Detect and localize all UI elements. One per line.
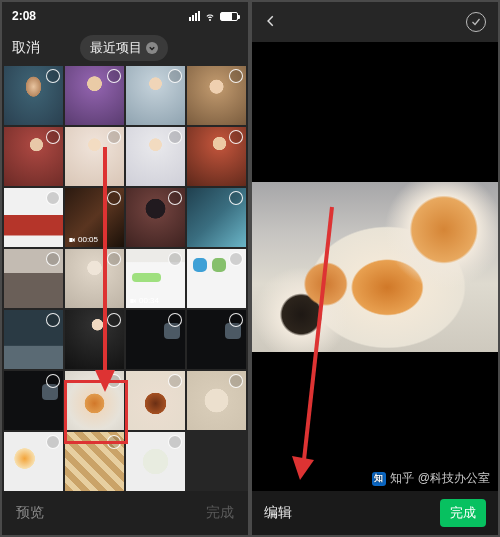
- wifi-icon: [204, 10, 216, 22]
- select-ring-icon[interactable]: [107, 435, 121, 449]
- video-icon: [129, 297, 137, 305]
- photo-thumbnail[interactable]: [187, 188, 246, 247]
- select-ring-icon[interactable]: [229, 374, 243, 388]
- select-ring-icon[interactable]: [168, 252, 182, 266]
- select-ring-icon[interactable]: [168, 435, 182, 449]
- photo-thumbnail[interactable]: [65, 66, 124, 125]
- photo-thumbnail[interactable]: [4, 249, 63, 308]
- picker-bottom-bar: 预览 完成: [2, 491, 248, 535]
- svg-point-0: [146, 42, 158, 54]
- select-ring-icon[interactable]: [107, 191, 121, 205]
- photo-thumbnail[interactable]: [65, 249, 124, 308]
- select-ring-icon[interactable]: [229, 69, 243, 83]
- done-button[interactable]: 完成: [440, 499, 486, 527]
- preview-nav-bar: [252, 2, 498, 42]
- video-thumbnail[interactable]: 00:05: [65, 188, 124, 247]
- done-button-disabled: 完成: [206, 504, 234, 522]
- photo-thumbnail[interactable]: [126, 432, 185, 491]
- watermark-brand: 知乎: [390, 470, 414, 487]
- select-ring-icon[interactable]: [46, 252, 60, 266]
- photo-thumbnail[interactable]: [65, 310, 124, 369]
- video-thumbnail[interactable]: 00:34: [126, 249, 185, 308]
- chevron-left-icon: [264, 14, 278, 28]
- photo-thumbnail[interactable]: [187, 310, 246, 369]
- image-preview-screen: 编辑 完成 知 知乎 @科技办公室: [252, 2, 498, 535]
- video-icon: [68, 236, 76, 244]
- select-ring-icon[interactable]: [107, 374, 121, 388]
- cellular-icon: [189, 11, 200, 21]
- select-ring-icon[interactable]: [229, 191, 243, 205]
- battery-icon: [220, 12, 238, 21]
- photo-thumbnail[interactable]: [4, 188, 63, 247]
- album-title: 最近项目: [90, 39, 142, 57]
- album-selector[interactable]: 最近项目: [80, 35, 168, 61]
- status-bar: 2:08: [2, 2, 248, 30]
- preview-bottom-bar: 编辑 完成: [252, 491, 498, 535]
- select-ring-icon[interactable]: [229, 130, 243, 144]
- select-ring-icon[interactable]: [168, 69, 182, 83]
- photo-thumbnail[interactable]: [4, 127, 63, 186]
- select-ring-icon[interactable]: [229, 313, 243, 327]
- select-ring-icon[interactable]: [107, 313, 121, 327]
- edit-button[interactable]: 编辑: [264, 504, 292, 522]
- chevron-down-icon: [146, 42, 158, 54]
- photo-thumbnail[interactable]: [126, 310, 185, 369]
- photo-grid: 00:05 00:34: [2, 66, 248, 491]
- video-duration: 00:05: [78, 235, 98, 244]
- check-icon: [470, 16, 482, 28]
- photo-thumbnail[interactable]: [65, 127, 124, 186]
- photo-thumbnail[interactable]: [126, 66, 185, 125]
- photo-thumbnail[interactable]: [187, 66, 246, 125]
- photo-picker-screen: 2:08 取消 最近项目: [2, 2, 248, 535]
- select-ring-icon[interactable]: [107, 252, 121, 266]
- select-ring-icon[interactable]: [107, 130, 121, 144]
- preview-image: [252, 182, 498, 352]
- photo-thumbnail[interactable]: [65, 371, 124, 430]
- photo-thumbnail[interactable]: [4, 310, 63, 369]
- video-badge: 00:34: [129, 296, 159, 305]
- watermark-author: @科技办公室: [418, 470, 490, 487]
- select-ring-icon[interactable]: [168, 191, 182, 205]
- photo-thumbnail[interactable]: [4, 432, 63, 491]
- select-ring-icon[interactable]: [46, 313, 60, 327]
- select-ring-icon[interactable]: [46, 69, 60, 83]
- video-badge: 00:05: [68, 235, 98, 244]
- photo-thumbnail[interactable]: [187, 371, 246, 430]
- photo-thumbnail[interactable]: [187, 249, 246, 308]
- cancel-button[interactable]: 取消: [12, 39, 40, 57]
- photo-thumbnail[interactable]: [126, 371, 185, 430]
- select-ring-icon[interactable]: [168, 374, 182, 388]
- picker-nav-bar: 取消 最近项目: [2, 30, 248, 66]
- select-ring-icon[interactable]: [107, 69, 121, 83]
- select-ring-icon[interactable]: [46, 191, 60, 205]
- watermark: 知 知乎 @科技办公室: [372, 470, 490, 487]
- select-ring-icon[interactable]: [46, 130, 60, 144]
- select-ring-icon[interactable]: [229, 252, 243, 266]
- photo-thumbnail[interactable]: [126, 127, 185, 186]
- photo-thumbnail[interactable]: [4, 66, 63, 125]
- status-time: 2:08: [12, 9, 36, 23]
- preview-button[interactable]: 预览: [16, 504, 44, 522]
- video-duration: 00:34: [139, 296, 159, 305]
- photo-thumbnail[interactable]: [4, 371, 63, 430]
- status-indicators: [189, 10, 238, 22]
- select-toggle[interactable]: [466, 12, 486, 32]
- photo-thumbnail[interactable]: [126, 188, 185, 247]
- photo-thumbnail[interactable]: [65, 432, 124, 491]
- photo-thumbnail[interactable]: [187, 127, 246, 186]
- select-ring-icon[interactable]: [168, 130, 182, 144]
- select-ring-icon[interactable]: [46, 374, 60, 388]
- select-ring-icon[interactable]: [168, 313, 182, 327]
- select-ring-icon[interactable]: [46, 435, 60, 449]
- back-button[interactable]: [264, 12, 278, 33]
- preview-viewport[interactable]: [252, 42, 498, 491]
- zhihu-logo-icon: 知: [372, 472, 386, 486]
